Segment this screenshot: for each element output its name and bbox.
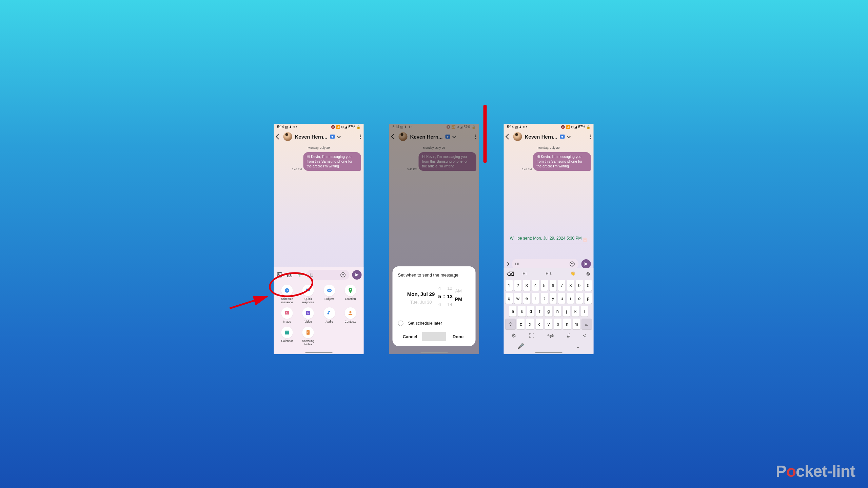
svg-rect-0 xyxy=(277,273,282,278)
suggestion-2[interactable]: His xyxy=(537,271,560,276)
date-header: Monday, July 29 xyxy=(277,146,361,149)
app-bar: Keven Hern... xyxy=(504,130,594,143)
key-r[interactable]: r xyxy=(532,293,539,304)
key-p[interactable]: p xyxy=(585,293,592,304)
key-5[interactable]: 5 xyxy=(540,280,548,291)
emoji-icon[interactable] xyxy=(340,272,346,278)
key-t[interactable]: t xyxy=(540,293,548,304)
key-8[interactable]: 8 xyxy=(567,280,574,291)
key-l[interactable]: l xyxy=(580,306,588,317)
key-row-bottom: ⇧ zxcvbnm ⎁ xyxy=(504,318,594,330)
collapse-keyboard-icon[interactable]: ⌄ xyxy=(576,343,580,349)
message-input[interactable]: Hi xyxy=(307,270,350,280)
key-x[interactable]: x xyxy=(526,319,534,329)
key-shift[interactable]: ⇧ xyxy=(506,319,516,329)
cancel-button[interactable]: Cancel xyxy=(398,332,422,341)
svg-point-23 xyxy=(571,263,572,264)
keyboard-share-icon[interactable]: < xyxy=(583,333,586,339)
attach-quick-response[interactable]: Quick response xyxy=(298,285,318,304)
key-b[interactable]: b xyxy=(554,319,562,329)
done-button[interactable]: Done xyxy=(446,332,470,341)
key-z[interactable]: z xyxy=(517,319,525,329)
key-g[interactable]: g xyxy=(545,306,552,317)
key-f[interactable]: f xyxy=(536,306,543,317)
send-button[interactable] xyxy=(352,270,362,280)
camera-button[interactable] xyxy=(286,271,294,279)
contact-source-icon xyxy=(560,135,565,139)
suggestion-1[interactable]: Hi xyxy=(513,271,536,276)
key-u[interactable]: u xyxy=(558,293,566,304)
gallery-button[interactable] xyxy=(276,271,283,279)
key-0[interactable]: 0 xyxy=(585,280,592,291)
key-e[interactable]: e xyxy=(523,293,530,304)
key-s[interactable]: s xyxy=(518,306,526,317)
keyboard-settings-icon[interactable]: ⚙ xyxy=(511,332,516,339)
key-a[interactable]: a xyxy=(509,306,517,317)
key-q[interactable]: q xyxy=(506,293,513,304)
key-9[interactable]: 9 xyxy=(576,280,583,291)
set-schedule-later-row[interactable]: Set schedule later xyxy=(398,321,470,326)
suggestion-3[interactable]: 👋 xyxy=(561,271,584,276)
key-m[interactable]: m xyxy=(572,319,580,329)
emoji-icon[interactable] xyxy=(569,261,575,267)
key-h[interactable]: h xyxy=(554,306,561,317)
back-icon[interactable] xyxy=(276,134,281,140)
back-icon[interactable] xyxy=(506,134,511,140)
contact-name: Keven Hern... xyxy=(295,134,328,140)
key-i[interactable]: i xyxy=(567,293,574,304)
chevron-down-icon[interactable] xyxy=(337,134,341,138)
attach-subject[interactable]: Subject xyxy=(319,285,339,304)
key-extract-text[interactable]: ⎁ xyxy=(581,319,592,329)
key-4[interactable]: 4 xyxy=(532,280,539,291)
more-icon[interactable] xyxy=(360,135,361,139)
attach-location[interactable]: Location xyxy=(340,285,360,304)
attach-schedule-message[interactable]: Schedule message xyxy=(277,285,297,304)
attach-contacts[interactable]: Contacts xyxy=(340,307,360,323)
mic-icon[interactable]: 🎤 xyxy=(517,343,524,349)
key-n[interactable]: n xyxy=(563,319,571,329)
keyboard-translate-icon[interactable]: ᵃ⇄ xyxy=(547,332,554,339)
key-7[interactable]: 7 xyxy=(558,280,566,291)
message-input[interactable]: Hi xyxy=(512,259,579,269)
more-icon[interactable] xyxy=(590,135,591,139)
key-j[interactable]: j xyxy=(563,306,570,317)
key-1[interactable]: 1 xyxy=(506,280,513,291)
phone-screenshot-2: 5:14▧ ⬇ ⬆ • 🔇 📶 ⊘ ◢57%🔒 Keven Hern... Mo… xyxy=(389,124,479,354)
svg-rect-19 xyxy=(286,330,287,331)
key-c[interactable]: c xyxy=(535,319,543,329)
conversation: Monday, July 29 3:49 PM Hi Kevin, I'm me… xyxy=(274,143,364,174)
key-w[interactable]: w xyxy=(514,293,521,304)
backspace-suggest-icon[interactable]: ⌫ xyxy=(507,271,512,276)
key-k[interactable]: k xyxy=(572,306,579,317)
keyboard-hash-icon[interactable]: # xyxy=(567,333,570,339)
attach-samsung-notes[interactable]: Samsung Notes xyxy=(298,327,318,346)
attach-video[interactable]: Video xyxy=(298,307,318,323)
attach-image[interactable]: Image xyxy=(277,307,297,323)
chevron-down-icon[interactable] xyxy=(567,134,571,138)
plus-button[interactable] xyxy=(296,271,304,279)
key-o[interactable]: o xyxy=(576,293,583,304)
attach-audio[interactable]: Audio xyxy=(319,307,339,323)
sticker-suggest-icon[interactable]: ☺ xyxy=(586,271,591,276)
send-button[interactable] xyxy=(581,259,591,269)
key-2[interactable]: 2 xyxy=(514,280,521,291)
key-v[interactable]: v xyxy=(545,319,552,329)
datetime-picker[interactable]: Mon, Jul 29 Tue, Jul 30 4 5 6 : 12 13 14… xyxy=(398,286,470,307)
attach-calendar[interactable]: Calendar xyxy=(277,327,297,346)
avatar[interactable] xyxy=(283,132,292,141)
key-d[interactable]: d xyxy=(527,306,534,317)
cancel-schedule-button[interactable] xyxy=(583,238,588,242)
date-selected: Mon, Jul 29 xyxy=(406,288,436,300)
radio-unchecked-icon[interactable] xyxy=(398,321,403,326)
ampm-selected: PM xyxy=(455,293,462,305)
watermark: Pocket-lint xyxy=(776,462,855,481)
key-3[interactable]: 3 xyxy=(523,280,530,291)
keyboard-scan-icon[interactable]: ⛶ xyxy=(529,333,534,339)
schedule-time-text: Will be sent: Mon, Jul 29, 2024 5:30 PM xyxy=(510,236,588,241)
key-y[interactable]: y xyxy=(549,293,557,304)
expand-icon[interactable] xyxy=(506,262,510,266)
contact-name: Keven Hern... xyxy=(525,134,557,140)
avatar[interactable] xyxy=(513,132,522,141)
app-bar: Keven Hern... xyxy=(274,130,364,143)
key-6[interactable]: 6 xyxy=(549,280,557,291)
